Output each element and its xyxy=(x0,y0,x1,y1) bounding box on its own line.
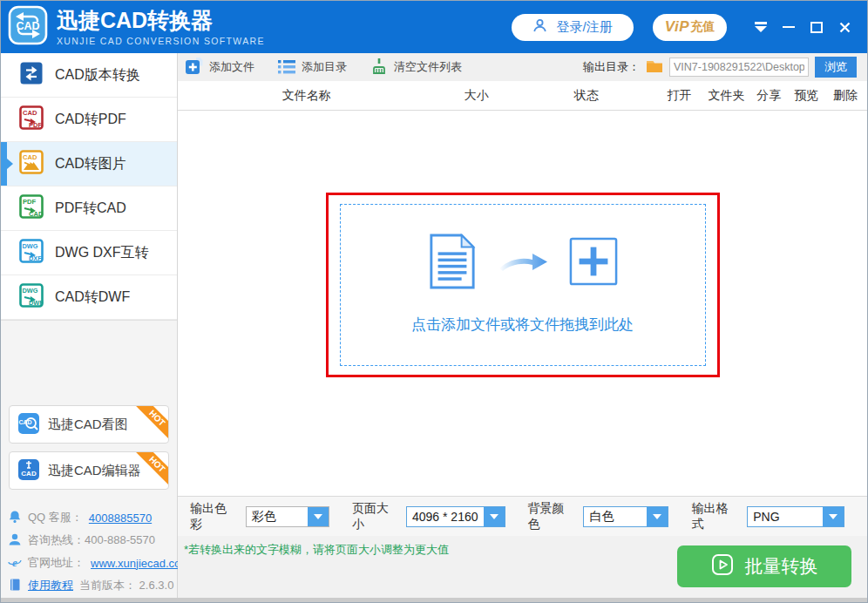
pdf-to-cad-icon: PDF CAD xyxy=(19,194,44,222)
app-title: 迅捷CAD转换器 xyxy=(57,8,265,33)
minimize-icon[interactable] xyxy=(783,20,795,34)
tutorial-row: 使用教程 当前版本： 2.6.3.0 xyxy=(8,574,172,597)
add-file-button[interactable]: 添加文件 xyxy=(186,58,254,78)
output-color-value: 彩色 xyxy=(247,507,308,526)
output-format-select[interactable]: PNG xyxy=(747,506,844,527)
promo-cad-editor-button[interactable]: CAD 迅捷CAD编辑器 HOT xyxy=(9,451,169,490)
svg-text:CAD: CAD xyxy=(16,20,39,32)
svg-text:PDF: PDF xyxy=(23,198,37,206)
app-logo-icon: CAD xyxy=(8,5,48,49)
website-row: e 官网地址： www.xunjiecad.com xyxy=(8,552,172,574)
maximize-icon[interactable] xyxy=(810,20,823,34)
play-icon xyxy=(711,553,734,580)
svg-text:DWF: DWF xyxy=(29,299,44,307)
add-file-icon xyxy=(186,58,203,78)
file-list-header: 文件名称 大小 状态 打开 文件夹 分享 预览 删除 xyxy=(178,81,867,111)
login-register-label: 登录/注册 xyxy=(556,19,612,36)
cad-to-image-icon: CAD xyxy=(19,150,44,178)
svg-text:DWG: DWG xyxy=(22,287,37,295)
column-share: 分享 xyxy=(749,88,789,104)
svg-text:e: e xyxy=(12,556,17,569)
svg-text:CAD: CAD xyxy=(23,153,37,161)
file-list-area: 点击添加文件或将文件拖拽到此处 xyxy=(178,111,867,496)
tutorial-book-icon xyxy=(8,578,22,594)
svg-text:CAD: CAD xyxy=(18,419,31,425)
website-link[interactable]: www.xunjiecad.com xyxy=(91,557,190,570)
file-dropzone[interactable]: 点击添加文件或将文件拖拽到此处 xyxy=(326,193,720,377)
output-dir-input[interactable] xyxy=(669,58,809,77)
promo-cad-viewer-button[interactable]: CAD 迅捷CAD看图 HOT xyxy=(9,405,169,444)
main-menu-icon[interactable] xyxy=(755,20,767,34)
background-color-select[interactable]: 白色 xyxy=(583,506,668,527)
footer-bar: *若转换出来的文字模糊，请将页面大小调整为更大值 批量转换 xyxy=(178,536,867,602)
output-color-select[interactable]: 彩色 xyxy=(246,506,329,527)
qq-service-label: QQ 客服： xyxy=(28,510,83,525)
page-size-label: 页面大小 xyxy=(352,501,398,532)
sidebar-item-cad-to-image[interactable]: CAD CAD转图片 xyxy=(1,142,177,186)
clear-list-button[interactable]: 清空文件列表 xyxy=(370,58,462,78)
output-color-label: 输出色彩 xyxy=(190,501,238,532)
sidebar-lower-panel: CAD 迅捷CAD看图 HOT CAD xyxy=(1,320,177,602)
batch-convert-button[interactable]: 批量转换 xyxy=(677,545,851,587)
tutorial-link[interactable]: 使用教程 xyxy=(28,578,73,593)
sidebar-item-label: DWG DXF互转 xyxy=(55,244,149,262)
clear-broom-icon xyxy=(370,58,388,78)
cad-to-dwf-icon: DWG DWF xyxy=(19,283,44,311)
document-icon xyxy=(428,234,477,293)
hotline-row: 咨询热线：400-888-5570 xyxy=(8,529,172,552)
clear-list-label: 清空文件列表 xyxy=(394,59,462,75)
column-size: 大小 xyxy=(435,88,518,104)
hot-badge: HOT xyxy=(135,405,169,440)
column-preview: 预览 xyxy=(789,88,824,104)
svg-text:CAD: CAD xyxy=(21,470,37,478)
output-format-value: PNG xyxy=(748,507,823,526)
blur-warning-note: *若转换出来的文字模糊，请将页面大小调整为更大值 xyxy=(184,542,449,558)
page-size-select[interactable]: 4096 * 2160 xyxy=(406,506,505,527)
cad-version-convert-icon xyxy=(19,61,44,89)
add-folder-button[interactable]: 添加目录 xyxy=(278,58,347,77)
output-format-label: 输出格式 xyxy=(691,501,739,532)
login-register-button[interactable]: 登录/注册 xyxy=(512,14,634,41)
vip-recharge-label: 充值 xyxy=(690,19,715,35)
close-icon[interactable] xyxy=(838,20,851,34)
vip-recharge-button[interactable]: ViP 充值 xyxy=(653,14,727,41)
cad-viewer-icon: CAD xyxy=(17,412,40,437)
arrow-right-icon xyxy=(498,249,548,277)
output-options-bar: 输出色彩 彩色 页面大小 4096 * 2160 背景颜色 xyxy=(178,496,867,536)
toolbar: 添加文件 添加目录 xyxy=(178,53,867,81)
batch-convert-label: 批量转换 xyxy=(745,554,818,579)
background-color-label: 背景颜色 xyxy=(528,501,576,532)
sidebar-item-pdf-to-cad[interactable]: PDF CAD PDF转CAD xyxy=(1,186,177,231)
svg-text:CAD: CAD xyxy=(23,109,37,117)
sidebar-item-cad-version-convert[interactable]: CAD版本转换 xyxy=(1,53,177,98)
sidebar-item-label: PDF转CAD xyxy=(55,200,126,218)
sidebar-item-label: CAD转PDF xyxy=(55,111,126,129)
sidebar-item-label: CAD版本转换 xyxy=(55,66,140,85)
user-icon xyxy=(532,18,547,36)
sidebar-item-cad-to-dwf[interactable]: DWG DWF CAD转DWF xyxy=(1,275,177,320)
vip-logo-text: ViP xyxy=(665,18,689,36)
contact-panel: QQ 客服： 4008885570 咨询热线：400-888-5570 xyxy=(1,498,177,597)
background-color-value: 白色 xyxy=(584,507,647,526)
dropzone-hint-text: 点击添加文件或将文件拖拽到此处 xyxy=(329,315,717,335)
svg-text:DWG: DWG xyxy=(22,242,37,250)
app-subtitle: XUNJIE CAD CONVERSION SOFTWARE xyxy=(57,36,265,46)
sidebar-item-label: CAD转DWF xyxy=(55,288,130,307)
website-label: 官网地址： xyxy=(28,555,85,571)
sidebar-item-cad-to-pdf[interactable]: CAD PDF CAD转PDF xyxy=(1,98,177,142)
qq-service-icon xyxy=(8,510,22,526)
column-delete: 删除 xyxy=(824,88,867,104)
svg-text:PDF: PDF xyxy=(29,121,43,129)
hotline-icon xyxy=(8,532,22,549)
sidebar-item-label: CAD转图片 xyxy=(55,155,126,173)
svg-text:CAD: CAD xyxy=(29,210,44,218)
output-dir-label: 输出目录： xyxy=(583,59,640,75)
promo-label: 迅捷CAD看图 xyxy=(48,417,128,433)
chevron-down-icon xyxy=(484,507,505,526)
sidebar-item-dwg-dxf-convert[interactable]: DWG DXF DWG DXF互转 xyxy=(1,231,177,275)
qq-service-link[interactable]: 4008885570 xyxy=(89,512,152,525)
dwg-dxf-convert-icon: DWG DXF xyxy=(19,239,44,267)
browse-button[interactable]: 浏览 xyxy=(815,57,857,78)
title-bar: CAD 迅捷CAD转换器 XUNJIE CAD CONVERSION SOFTW… xyxy=(1,1,867,53)
main-panel: 添加文件 添加目录 xyxy=(178,53,867,602)
